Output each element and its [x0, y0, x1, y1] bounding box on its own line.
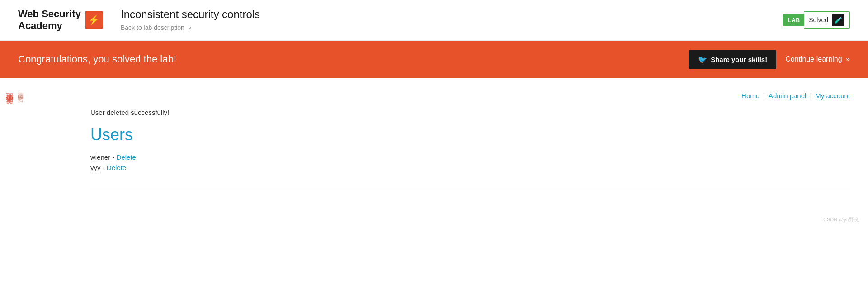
home-link[interactable]: Home [741, 92, 760, 100]
sidebar-watermark: 那个酒窝 翻山越岭之后 [0, 78, 63, 213]
page-title: Inconsistent security controls [121, 8, 783, 21]
content-area: Home | Admin panel | My account User del… [72, 78, 868, 213]
lab-status: LAB Solved 🧪 [783, 11, 850, 29]
solved-area: Solved 🧪 [804, 11, 850, 29]
main-content: 那个酒窝 翻山越岭之后 Home | Admin panel | My acco… [0, 78, 868, 213]
solved-text: Solved [809, 16, 828, 24]
user-name-wiener: wiener [90, 153, 110, 161]
banner: Congratulations, you solved the lab! 🐦 S… [0, 41, 868, 78]
continue-learning-link[interactable]: Continue learning » [785, 55, 850, 63]
footer-divider [90, 190, 850, 190]
user-list: wiener - Delete yyy - Delete [90, 153, 850, 171]
watermark-red: 那个酒窝 [5, 87, 14, 91]
delete-yyy-link[interactable]: Delete [107, 164, 126, 171]
watermark-gray: 翻山越岭之后 [16, 87, 24, 93]
logo-text: Web Security Academy [18, 8, 81, 32]
chevrons-icon: » [846, 55, 850, 63]
nav-sep-1: | [763, 92, 765, 100]
logo-line1: Web Security [18, 8, 81, 19]
user-name-yyy: yyy [90, 164, 101, 171]
bottom-watermark: CSDN @yh野良 [0, 213, 868, 227]
share-button[interactable]: 🐦 Share your skills! [689, 50, 776, 69]
user-row-yyy: yyy - Delete [90, 164, 850, 171]
header-title-area: Inconsistent security controls Back to l… [121, 8, 783, 32]
delete-wiener-link[interactable]: Delete [117, 153, 136, 161]
logo-area: Web Security Academy ⚡ [18, 8, 103, 32]
header: Web Security Academy ⚡ Inconsistent secu… [0, 0, 868, 41]
user-row-wiener: wiener - Delete [90, 153, 850, 161]
lab-badge: LAB [783, 14, 804, 26]
logo-icon: ⚡ [85, 11, 103, 29]
success-message: User deleted successfully! [90, 109, 850, 116]
flask-icon: 🧪 [832, 14, 844, 26]
my-account-link[interactable]: My account [815, 92, 850, 100]
logo-line2: Academy [18, 20, 62, 31]
credit-text: CSDN @yh野良 [823, 217, 859, 222]
banner-text: Congratulations, you solved the lab! [18, 53, 689, 65]
admin-panel-link[interactable]: Admin panel [769, 92, 806, 100]
nav-sep-2: | [810, 92, 811, 100]
back-link[interactable]: Back to lab description » [121, 24, 192, 31]
users-heading: Users [90, 125, 850, 144]
twitter-icon: 🐦 [698, 55, 707, 64]
nav-links: Home | Admin panel | My account [90, 92, 850, 100]
chevron-icon: » [188, 24, 192, 31]
